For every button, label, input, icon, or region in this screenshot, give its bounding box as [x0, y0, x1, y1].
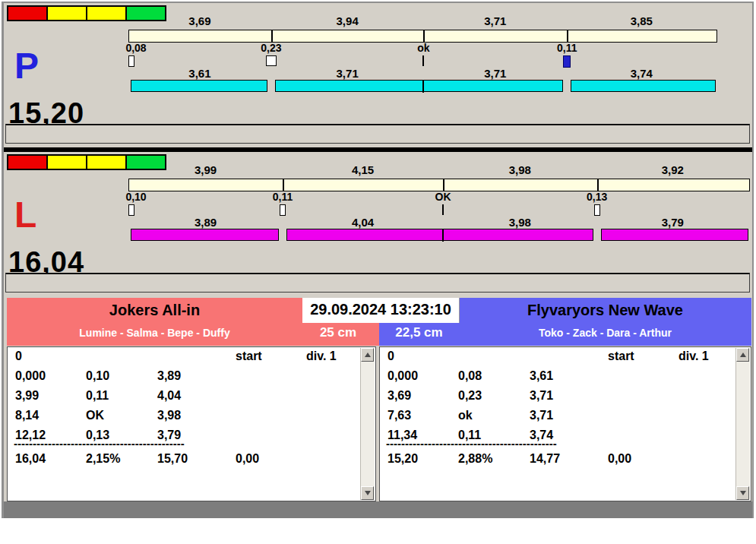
top-bar: [128, 30, 717, 43]
data-cell: 0,11: [86, 388, 109, 403]
gap-value: OK: [435, 191, 451, 203]
top-segment-value: 3,85: [631, 14, 653, 27]
marker-box-narrow: [128, 204, 134, 216]
data-cell: 0,10: [86, 368, 109, 384]
total-cell: 0,00: [236, 451, 259, 467]
left-results-table: 0startdiv. 10,0000,103,893,990,114,048,1…: [7, 346, 376, 501]
top-bar-labels: 3,693,943,713,85: [128, 14, 716, 27]
left-table-scrollbar[interactable]: [360, 348, 375, 500]
status-strip-segment: [86, 5, 127, 21]
data-cell: 8,14: [15, 408, 39, 423]
gap-labels: 0,100,11OK0,13: [128, 191, 748, 203]
bar-tick: [442, 229, 444, 242]
status-strip-segment: [86, 154, 127, 170]
data-cell: 0,000: [15, 368, 46, 384]
gap-value: 0,10: [125, 191, 146, 203]
bottom-bar-labels: 3,894,043,983,79: [128, 216, 748, 229]
start-cell: start: [236, 349, 262, 364]
status-bar: [4, 501, 752, 518]
lane-divider: [4, 147, 752, 152]
bottom-segment-value: 3,71: [337, 67, 359, 80]
total-cell: 0,00: [608, 451, 631, 467]
data-cell: 0,000: [387, 368, 418, 384]
total-cell: 16,04: [15, 451, 46, 467]
bar-tick: [283, 179, 284, 191]
top-segment-value: 3,92: [662, 163, 684, 176]
total-cell: 2,88%: [458, 451, 492, 467]
total-cell: 14,77: [530, 451, 560, 467]
top-segment-value: 4,15: [352, 163, 374, 176]
bottom-segment-value: 3,61: [188, 67, 210, 80]
top-segment-value: 3,94: [337, 14, 359, 27]
data-cell: 3,69: [387, 388, 411, 403]
right-team-name: Flyvaryors New Wave: [459, 302, 751, 319]
bar-tick: [423, 30, 425, 42]
marker-box-blue: [563, 55, 571, 68]
right-table-scrollbar[interactable]: [735, 348, 750, 500]
left-team-players: Lumine - Salma - Bepe - Duffy: [7, 327, 302, 339]
marker-box-narrow: [280, 204, 286, 216]
bar-tick: [597, 179, 599, 191]
gap-markers: [128, 204, 748, 216]
division-cell: div. 1: [679, 349, 709, 364]
top-segment-value: 3,98: [509, 163, 531, 176]
gap-value: 0,11: [273, 191, 293, 203]
bottom-bar: [128, 229, 748, 242]
lane-p-letter: P: [14, 48, 39, 84]
scroll-up-button[interactable]: [361, 348, 374, 362]
bottom-segment-value: 4,04: [352, 216, 374, 229]
top-segment-value: 3,69: [188, 14, 210, 27]
data-cell: 4,04: [157, 388, 181, 403]
data-cell: 7,63: [387, 408, 411, 423]
bar-tick: [271, 30, 273, 42]
bottom-bar-segment: [131, 80, 267, 92]
bottom-bar-segment: [571, 80, 716, 92]
total-cell: 15,20: [387, 451, 418, 467]
lane-l-empty-track: [5, 273, 750, 293]
scroll-up-button[interactable]: [736, 348, 749, 362]
right-team-players: Toko - Zack - Dara - Arthur: [459, 327, 751, 339]
data-cell: 3,99: [15, 388, 39, 403]
bottom-segment-value: 3,79: [662, 216, 684, 229]
status-strip-segment: [46, 5, 87, 21]
top-segment-value: 3,71: [484, 14, 506, 27]
marker-tick: [422, 55, 424, 66]
data-cell: 3,71: [530, 408, 553, 423]
scroll-down-button[interactable]: [736, 486, 749, 500]
status-strip-segment: [7, 5, 48, 21]
data-cell: 0,23: [458, 388, 482, 403]
bar-tick: [443, 179, 444, 191]
start-cell: start: [608, 349, 634, 364]
lane-p: P 15,20 3,693,943,713,85 0,080,23ok0,11 …: [4, 4, 752, 147]
data-cell: ok: [458, 408, 473, 423]
gap-labels: 0,080,23ok0,11: [128, 43, 716, 54]
gap-value: ok: [417, 43, 429, 54]
marker-box: [266, 55, 277, 66]
lane-l-bars: 3,994,153,983,92 0,100,11OK0,13 3,894,04…: [128, 153, 748, 244]
gap-value: 0,13: [587, 191, 607, 203]
round-counter-cell: 0: [387, 349, 394, 364]
marker-box-narrow: [128, 55, 134, 67]
left-team-distance: 25 cm: [300, 325, 376, 340]
right-team-distance: 22,5 cm: [379, 325, 459, 340]
lane-p-bars: 3,693,943,713,85 0,080,23ok0,11 3,613,71…: [128, 4, 716, 95]
bottom-segment-value: 3,98: [509, 216, 531, 229]
data-cell: 3,98: [157, 408, 181, 423]
top-bar: [128, 179, 750, 191]
scroll-down-button[interactable]: [361, 486, 374, 500]
lane-l-letter: L: [14, 197, 36, 233]
bottom-bar-segment: [286, 229, 443, 241]
arrow-down-icon: [740, 491, 746, 495]
data-cell: 3,61: [530, 368, 553, 384]
data-cell: OK: [86, 408, 104, 423]
total-cell: 2,15%: [86, 451, 120, 467]
marker-tick: [442, 204, 444, 215]
totals-separator: ----------------------------------------…: [14, 437, 231, 448]
bottom-bar-segment: [443, 229, 593, 241]
bottom-bar-segment: [423, 80, 563, 92]
bottom-bar-segment: [131, 229, 279, 241]
data-cell: 0,08: [458, 368, 482, 384]
total-cell: 15,70: [157, 451, 188, 467]
lane-l: L 16,04 3,994,153,983,92 0,100,11OK0,13 …: [4, 153, 752, 296]
datetime-display: 29.09.2024 13:23:10: [302, 298, 460, 323]
